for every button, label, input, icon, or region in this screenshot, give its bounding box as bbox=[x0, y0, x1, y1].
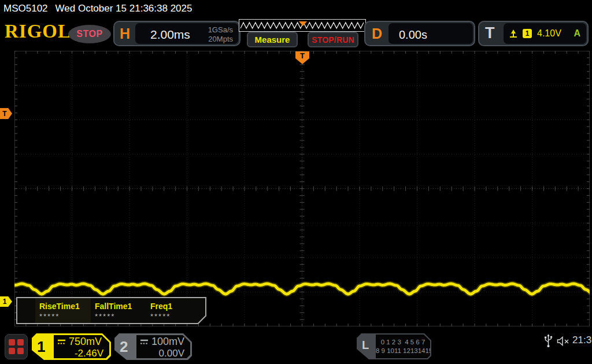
logic-channels-badge[interactable]: L 0 1 2 3 4 5 6 7 8 9 1011 12131415 bbox=[357, 333, 431, 359]
logic-row-1: 0 1 2 3 4 5 6 7 bbox=[376, 338, 430, 347]
stop-run-button[interactable]: STOP/RUN bbox=[308, 32, 358, 47]
measurement-value: ***** bbox=[39, 312, 91, 321]
measurement-item[interactable]: RiseTime1 ***** bbox=[35, 298, 91, 323]
rising-edge-icon bbox=[509, 29, 517, 38]
datetime-text: Wed October 15 21:36:38 2025 bbox=[56, 3, 193, 14]
logic-label: L bbox=[362, 339, 369, 352]
measurement-popup-inner: RiseTime1 ***** FallTime1 ***** Freq1 **… bbox=[17, 298, 205, 323]
measurement-label: RiseTime1 bbox=[39, 302, 91, 311]
trigger-level-value: 4.10V bbox=[537, 28, 561, 39]
measurement-label: Freq1 bbox=[150, 302, 202, 311]
measurement-popup: RiseTime1 ***** FallTime1 ***** Freq1 **… bbox=[16, 297, 206, 324]
acquisition-rates: 1GSa/s 20Mpts bbox=[208, 25, 233, 44]
bottom-status-bar: 1 750mV -2.46V 2 bbox=[0, 326, 592, 364]
delay-panel: 0.00s bbox=[388, 23, 473, 44]
top-info-bar: MSO5102 Wed October 15 21:36:38 2025 bbox=[0, 0, 592, 17]
graticule-area bbox=[14, 51, 590, 326]
dc-coupling-icon bbox=[140, 339, 149, 345]
channel1-number: 1 bbox=[37, 338, 45, 356]
timebase-value: 2.00ms bbox=[150, 28, 190, 42]
model-name: MSO5102 bbox=[3, 3, 48, 14]
horizontal-panel: 2.00ms 1GSa/s 20Mpts bbox=[135, 23, 238, 44]
mute-icon[interactable] bbox=[557, 336, 570, 346]
trigger-sweep-mode: A bbox=[574, 28, 580, 39]
measurement-value: ***** bbox=[150, 312, 202, 321]
header-bar: RIGOL STOP H 2.00ms 1GSa/s 20Mpts Measur… bbox=[0, 17, 592, 50]
channel1-panel: 750mV -2.46V bbox=[54, 335, 109, 358]
logic-row-2: 8 9 1011 12131415 bbox=[376, 347, 430, 355]
memory-depth: 20Mpts bbox=[208, 35, 233, 44]
channel1-scale: 750mV bbox=[69, 336, 102, 348]
oscilloscope-screen: MSO5102 Wed October 15 21:36:38 2025 RIG… bbox=[0, 0, 592, 364]
waveform-overview-strip[interactable] bbox=[239, 19, 366, 32]
measure-button[interactable]: Measure bbox=[247, 32, 298, 47]
usb-icon bbox=[544, 334, 553, 348]
menu-icon[interactable] bbox=[5, 334, 28, 359]
rigol-logo: RIGOL bbox=[5, 21, 71, 42]
horizontal-settings-button[interactable]: H 2.00ms 1GSa/s 20Mpts bbox=[113, 21, 240, 46]
measurement-item[interactable]: Freq1 ***** bbox=[146, 298, 202, 323]
measurement-value: ***** bbox=[95, 312, 146, 321]
channel2-number: 2 bbox=[120, 338, 128, 356]
horizontal-label: H bbox=[120, 25, 130, 42]
channel1-offset: -2.46V bbox=[57, 348, 105, 359]
clock-text: 21:36 bbox=[572, 335, 592, 346]
channel2-panel: 100mV 0.00V bbox=[136, 335, 190, 358]
sample-rate: 1GSa/s bbox=[208, 25, 233, 35]
channel1-badge[interactable]: 1 750mV -2.46V bbox=[32, 333, 111, 360]
trigger-label: T bbox=[485, 24, 495, 42]
channel2-badge[interactable]: 2 100mV 0.00V bbox=[114, 333, 192, 360]
trigger-panel: 1 4.10V A bbox=[504, 23, 586, 44]
measurement-item[interactable]: FallTime1 ***** bbox=[91, 298, 146, 323]
delay-value: 0.00s bbox=[399, 28, 427, 42]
channel2-scale: 100mV bbox=[151, 336, 184, 348]
logic-channel-list: 0 1 2 3 4 5 6 7 8 9 1011 12131415 bbox=[376, 335, 430, 358]
trigger-source-badge: 1 bbox=[523, 29, 532, 38]
trigger-settings-button[interactable]: T 1 4.10V A bbox=[478, 21, 589, 46]
measurement-label: FallTime1 bbox=[95, 302, 146, 311]
channel1-waveform bbox=[14, 51, 590, 326]
delay-settings-button[interactable]: D 0.00s bbox=[364, 21, 475, 46]
acquisition-status-badge: STOP bbox=[68, 25, 111, 43]
dc-coupling-icon bbox=[57, 339, 66, 345]
delay-label: D bbox=[372, 25, 382, 42]
trigger-level-marker[interactable]: T bbox=[0, 108, 12, 119]
channel2-offset: 0.00V bbox=[140, 348, 186, 359]
overview-position-icon bbox=[299, 21, 307, 26]
channel1-offset-marker[interactable]: 1 bbox=[0, 296, 12, 307]
